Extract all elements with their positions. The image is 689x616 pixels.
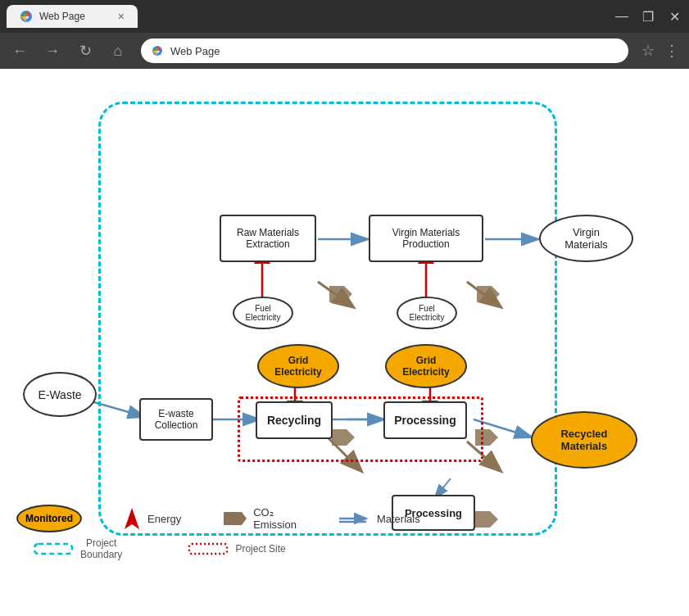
fuel-elec2-node: Fuel Electricity [397,297,457,329]
browser-chrome: Web Page × — ❐ ✕ ← → ↻ ⌂ Web Page ☆ ⋮ [0,0,689,69]
legend-co2: CO₂ Emission [222,506,297,531]
forward-button[interactable]: → [43,43,62,60]
home-button[interactable]: ⌂ [108,43,128,60]
recycled-materials-node: Recycled Materials [531,411,637,469]
address-right-controls: ☆ ⋮ [641,42,679,60]
legend-materials: Materials [338,513,420,525]
chrome-favicon-icon [20,10,33,23]
legend-monitored: Monitored [16,505,82,532]
svg-rect-34 [34,544,72,554]
legend-boundary: Project Boundary [33,537,122,560]
svg-marker-29 [125,508,139,529]
grid-elec1-node: Grid Electricity [257,344,339,388]
close-button[interactable]: ✕ [666,9,682,25]
url-text: Web Page [170,45,220,57]
url-bar[interactable]: Web Page [141,38,628,63]
tab-close-button[interactable]: × [118,10,125,23]
minimize-button[interactable]: — [614,9,630,24]
fuel-elec1-node: Fuel Electricity [233,297,293,329]
raw-materials-node: Raw Materials Extraction [220,215,316,262]
page-content: E-Waste E-waste Collection Raw Materials… [0,69,689,616]
svg-marker-30 [224,512,247,525]
legend-energy: Energy [123,506,181,531]
recycling-node: Recycling [256,401,333,439]
boundary-dashed-icon [33,541,74,557]
project-boundary [98,102,557,536]
menu-icon[interactable]: ⋮ [664,42,679,60]
bookmark-icon[interactable]: ☆ [641,42,655,60]
tab-title: Web Page [39,11,85,22]
materials-arrow-icon [338,513,370,524]
grid-elec2-node: Grid Electricity [385,344,467,388]
co2-arrow-icon [222,509,247,528]
address-bar: ← → ↻ ⌂ Web Page ☆ ⋮ [0,33,689,69]
site-dotted-icon [188,541,229,557]
diagram: E-Waste E-waste Collection Raw Materials… [8,77,680,560]
window-controls: — ❐ ✕ [614,9,682,25]
browser-tab[interactable]: Web Page × [7,5,138,28]
ewaste-collection-node: E-waste Collection [139,398,213,441]
maximize-button[interactable]: ❐ [640,9,656,25]
processing1-node: Processing [383,401,467,439]
ewaste-node: E-Waste [23,372,97,417]
back-button[interactable]: ← [10,43,29,60]
legend-site: Project Site [188,541,285,557]
url-security-icon [151,44,164,57]
energy-arrow-icon [123,506,141,531]
refresh-button[interactable]: ↻ [75,42,95,60]
legend: Monitored Energy CO₂ [16,505,664,560]
svg-rect-35 [189,544,227,554]
virgin-materials-node: Virgin Materials [539,215,633,262]
title-bar: Web Page × — ❐ ✕ [0,0,689,33]
virgin-production-node: Virgin Materials Production [369,215,483,262]
